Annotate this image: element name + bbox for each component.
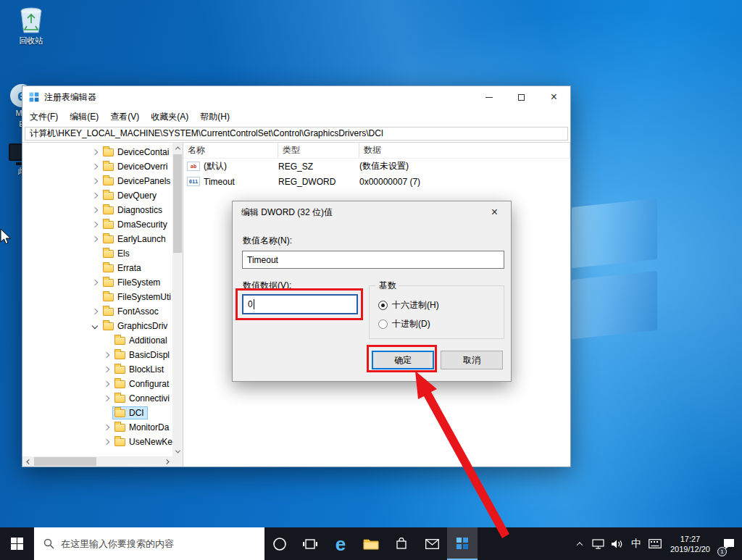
- chevron-down-icon[interactable]: [89, 324, 101, 328]
- tree-item-Configurat[interactable]: Configurat: [22, 377, 172, 391]
- tree-item-DevQuery[interactable]: DevQuery: [22, 188, 172, 203]
- dialog-titlebar[interactable]: 编辑 DWORD (32 位)值: [233, 201, 511, 223]
- scroll-down-arrow[interactable]: [172, 446, 183, 456]
- value-name: (默认): [204, 160, 278, 172]
- menu-item-4[interactable]: 帮助(H): [194, 109, 235, 125]
- menu-item-2[interactable]: 查看(V): [104, 109, 145, 125]
- window-titlebar[interactable]: 注册表编辑器: [22, 86, 570, 108]
- chevron-right-icon[interactable]: [89, 164, 101, 169]
- menu-bar: 文件(F)编辑(E)查看(V)收藏夹(A)帮助(H): [22, 108, 570, 125]
- touch-keyboard-button[interactable]: [646, 527, 664, 560]
- store-bag-icon: [395, 538, 408, 551]
- value-name-label: 数值名称(N):: [243, 235, 292, 247]
- network-icon: [592, 539, 604, 549]
- file-explorer-button[interactable]: [356, 527, 386, 560]
- chevron-right-icon[interactable]: [89, 150, 101, 154]
- tree-item-BasicDispl[interactable]: BasicDispl: [22, 348, 172, 362]
- vertical-scroll-thumb[interactable]: [173, 154, 182, 253]
- tree-item-DmaSecurity[interactable]: DmaSecurity: [22, 217, 172, 232]
- column-header-2[interactable]: 数据: [359, 143, 570, 158]
- tree-item-BlockList[interactable]: BlockList: [22, 362, 172, 377]
- tree-item-UseNewKe[interactable]: UseNewKe: [22, 435, 172, 449]
- tree-item-DevicePanels[interactable]: DevicePanels: [22, 174, 172, 188]
- scroll-up-arrow[interactable]: [172, 143, 183, 153]
- chevron-right-icon[interactable]: [101, 440, 112, 444]
- column-header-0[interactable]: 名称: [183, 143, 278, 158]
- chevron-right-icon[interactable]: [89, 280, 101, 285]
- value-name: Timeout: [204, 177, 278, 187]
- taskbar-search-box[interactable]: 在这里输入你要搜索的内容: [34, 527, 264, 560]
- reg-dword-icon: [187, 177, 200, 186]
- tree-item-label: DevQuery: [117, 191, 157, 201]
- tree-item-Connectivi[interactable]: Connectivi: [22, 391, 172, 406]
- chevron-right-icon[interactable]: [101, 353, 112, 357]
- scroll-right-arrow[interactable]: [162, 456, 172, 467]
- window-title: 注册表编辑器: [44, 91, 96, 104]
- list-row-0[interactable]: (默认)REG_SZ(数值未设置): [183, 159, 570, 174]
- tree-item-DeviceOverri[interactable]: DeviceOverri: [22, 159, 172, 174]
- column-header-1[interactable]: 类型: [278, 143, 359, 158]
- menu-item-0[interactable]: 文件(F): [24, 109, 64, 125]
- tree-vertical-scrollbar[interactable]: [172, 143, 183, 456]
- dialog-close-button[interactable]: [478, 201, 511, 223]
- ime-indicator[interactable]: 中: [627, 527, 646, 560]
- regedit-app-icon: [455, 536, 470, 551]
- tree-item-Els[interactable]: Els: [22, 246, 172, 261]
- edge-button[interactable]: e: [325, 527, 356, 560]
- network-button[interactable]: [589, 527, 608, 560]
- cortana-icon: [272, 537, 287, 551]
- tree-item-FontAssoc[interactable]: FontAssoc: [22, 304, 172, 319]
- radio-unselected-icon: [378, 319, 388, 329]
- minimize-button[interactable]: [472, 86, 505, 108]
- chevron-right-icon[interactable]: [89, 179, 101, 183]
- tree-item-GraphicsDriv[interactable]: GraphicsDriv: [22, 319, 172, 333]
- chevron-right-icon[interactable]: [89, 193, 101, 198]
- folder-icon: [363, 538, 379, 550]
- notification-center-button[interactable]: 1: [716, 527, 742, 560]
- chevron-right-icon[interactable]: [101, 367, 112, 372]
- taskbar-regedit-button[interactable]: [447, 527, 478, 560]
- chevron-right-icon[interactable]: [89, 309, 101, 314]
- chevron-right-icon[interactable]: [89, 222, 101, 227]
- tree-item-MonitorDa[interactable]: MonitorDa: [22, 420, 172, 435]
- list-row-1[interactable]: TimeoutREG_DWORD0x00000007 (7): [183, 174, 570, 189]
- address-bar[interactable]: 计算机\HKEY_LOCAL_MACHINE\SYSTEM\CurrentCon…: [25, 127, 568, 141]
- tree-item-Additional[interactable]: Additional: [22, 333, 172, 348]
- chevron-right-icon[interactable]: [101, 396, 112, 401]
- folder-icon: [114, 395, 125, 403]
- tree-item-FileSystemUti[interactable]: FileSystemUti: [22, 290, 172, 304]
- cortana-button[interactable]: [264, 527, 295, 560]
- hexadecimal-radio[interactable]: 十六进制(H): [378, 299, 439, 312]
- tray-expand-button[interactable]: [570, 527, 589, 560]
- tree-horizontal-scrollbar[interactable]: [22, 456, 172, 467]
- chevron-right-icon[interactable]: [89, 237, 101, 241]
- taskbar-clock[interactable]: 17:27 2019/12/20: [664, 527, 716, 560]
- menu-item-3[interactable]: 收藏夹(A): [145, 109, 194, 125]
- horizontal-scroll-thumb[interactable]: [34, 457, 96, 466]
- tree-item-label: FontAssoc: [117, 306, 159, 317]
- value-type: REG_DWORD: [278, 177, 359, 187]
- chevron-right-icon[interactable]: [89, 208, 101, 212]
- scroll-left-arrow[interactable]: [22, 456, 33, 467]
- store-button[interactable]: [386, 527, 417, 560]
- tree-item-EarlyLaunch[interactable]: EarlyLaunch: [22, 232, 172, 246]
- task-view-button[interactable]: [295, 527, 325, 560]
- value-name-input[interactable]: Timeout: [242, 251, 504, 269]
- cancel-button[interactable]: 取消: [441, 351, 503, 369]
- chevron-right-icon[interactable]: [101, 425, 112, 430]
- volume-button[interactable]: [608, 527, 627, 560]
- tree-item-Diagnostics[interactable]: Diagnostics: [22, 203, 172, 217]
- maximize-button[interactable]: [505, 86, 538, 108]
- chevron-up-icon: [577, 542, 583, 548]
- mail-button[interactable]: [417, 527, 447, 560]
- tree-item-FileSystem[interactable]: FileSystem: [22, 275, 172, 290]
- tree-item-DeviceContai[interactable]: DeviceContai: [22, 145, 172, 159]
- menu-item-1[interactable]: 编辑(E): [64, 109, 104, 125]
- decimal-radio[interactable]: 十进制(D): [378, 318, 430, 330]
- start-button[interactable]: [0, 527, 34, 560]
- tree-item-Errata[interactable]: Errata: [22, 261, 172, 275]
- tree-item-DCI[interactable]: DCI: [22, 406, 172, 420]
- desktop-icon-recycle-bin[interactable]: 回收站: [10, 6, 52, 46]
- close-button[interactable]: [538, 86, 570, 108]
- chevron-right-icon[interactable]: [101, 382, 112, 386]
